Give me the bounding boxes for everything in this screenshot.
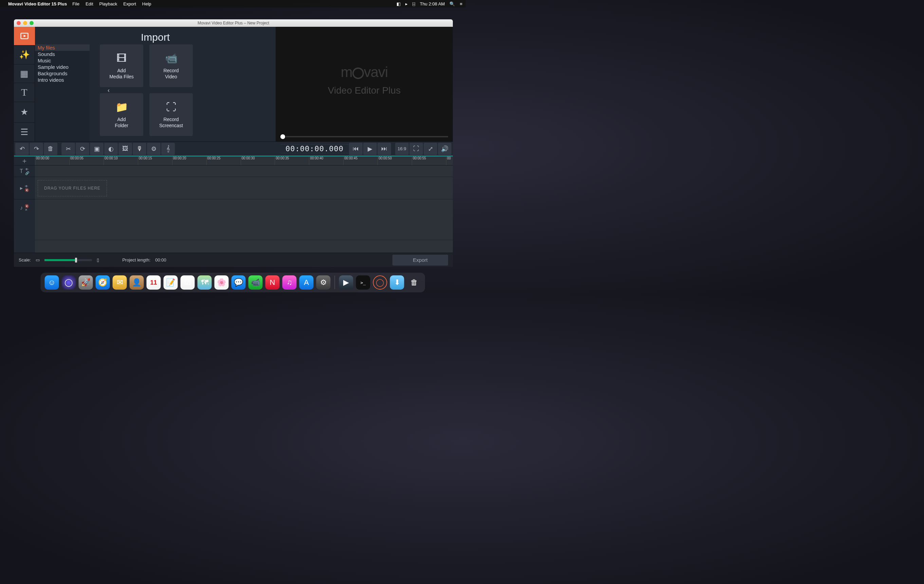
dock-appstore[interactable]: A: [299, 275, 314, 290]
next-button[interactable]: ⏭: [378, 143, 391, 155]
text-track-icon[interactable]: T 👁🔗: [14, 166, 35, 177]
cut-button[interactable]: ✂: [61, 143, 75, 155]
dock-terminal[interactable]: >_: [356, 275, 370, 290]
redo-button[interactable]: ↷: [30, 143, 43, 155]
drop-hint[interactable]: DRAG YOUR FILES HERE: [38, 180, 107, 196]
timeline-ruler[interactable]: 00:00:00 00:00:05 00:00:10 00:00:15 00:0…: [35, 156, 453, 166]
tab-stickers[interactable]: ★: [14, 102, 35, 123]
video-track-icon[interactable]: ▸ 👁🔇: [14, 177, 35, 199]
dock-mail-client[interactable]: ✉: [113, 275, 127, 290]
frame-button[interactable]: ⛶: [409, 143, 423, 155]
app-name[interactable]: Movavi Video Editor 15 Plus: [8, 2, 67, 7]
editor-toolbar: ↶ ↷ 🗑 ✂ ⟳ ▣ ◐ 🖼 🎙 ⚙ 𝄞 00:00:00.000 ⏮ ▶ ⏭…: [14, 141, 453, 156]
dock-facetime[interactable]: 📹: [249, 275, 263, 290]
preview-scrubber[interactable]: [276, 133, 453, 140]
video-track[interactable]: DRAG YOUR FILES HERE: [35, 177, 453, 199]
menu-help[interactable]: Help: [142, 2, 152, 7]
menu-playback[interactable]: Playback: [99, 2, 117, 7]
delete-button[interactable]: 🗑: [44, 143, 58, 155]
close-window[interactable]: [16, 21, 21, 25]
card-record-screencast[interactable]: ⛶Record Screencast: [149, 93, 193, 136]
dock-news[interactable]: N: [266, 275, 280, 290]
tab-transitions[interactable]: ▦: [14, 64, 35, 83]
export-button[interactable]: Export: [393, 255, 448, 266]
tab-filters[interactable]: ✨: [14, 46, 35, 64]
volume-button[interactable]: 🔊: [438, 143, 452, 155]
dock-contacts[interactable]: 👤: [130, 275, 144, 290]
add-track-button[interactable]: ＋: [14, 156, 35, 166]
zoom-out-icon[interactable]: ▭: [36, 257, 40, 263]
rotate-button[interactable]: ⟳: [76, 143, 89, 155]
sidelist-sample-video[interactable]: Sample video: [35, 64, 90, 70]
fullscreen-button[interactable]: ⤢: [424, 143, 437, 155]
dock-siri[interactable]: ◯: [62, 275, 76, 290]
titlebar[interactable]: Movavi Video Editor Plus – New Project: [14, 19, 453, 27]
audio-track[interactable]: [35, 199, 453, 240]
airplay-icon[interactable]: ⌸: [412, 2, 415, 7]
prev-button[interactable]: ⏮: [349, 143, 363, 155]
menu-file[interactable]: File: [72, 2, 79, 7]
undo-button[interactable]: ↶: [15, 143, 29, 155]
dock-finder[interactable]: ☺: [45, 275, 59, 290]
preview-brand-logo: mvavi: [341, 64, 388, 81]
crop-button[interactable]: ▣: [90, 143, 104, 155]
scale-slider[interactable]: [45, 259, 92, 261]
card-add-folder[interactable]: 📁Add Folder: [100, 93, 143, 136]
dock-reminders[interactable]: ☑: [181, 275, 195, 290]
dock-downloads[interactable]: ⬇: [390, 275, 404, 290]
image-button[interactable]: 🖼: [119, 143, 132, 155]
dock-movavi[interactable]: ◯: [373, 275, 387, 290]
sidelist-music[interactable]: Music: [35, 57, 90, 64]
zoom-in-icon[interactable]: ▯: [97, 257, 99, 263]
folder-icon: 📁: [116, 101, 128, 114]
status-icon[interactable]: ▸: [405, 2, 408, 7]
dock-quicktime[interactable]: ▶: [339, 275, 353, 290]
tab-import[interactable]: [14, 27, 35, 46]
dock-messages[interactable]: 💬: [231, 275, 246, 290]
preview-panel: mvavi Video Editor Plus: [276, 27, 453, 141]
color-button[interactable]: ◐: [104, 143, 118, 155]
dock-trash[interactable]: 🗑: [407, 275, 421, 290]
audio-track-icon[interactable]: ♪ 🔇✕: [14, 199, 35, 216]
menu-edit[interactable]: Edit: [86, 2, 93, 7]
sidelist-sounds[interactable]: Sounds: [35, 51, 90, 57]
menu-export[interactable]: Export: [123, 2, 136, 7]
clock[interactable]: Thu 2:08 AM: [420, 2, 445, 7]
sidelist-my-files[interactable]: My files: [35, 44, 90, 51]
app-window: Movavi Video Editor Plus – New Project ✨…: [14, 19, 453, 267]
scrubber-playhead[interactable]: [280, 134, 285, 139]
dock-preferences[interactable]: ⚙: [316, 275, 331, 290]
left-toolbar: ✨ ▦ T ★ ☰: [14, 27, 35, 141]
settings-button[interactable]: ⚙: [147, 143, 160, 155]
dock-itunes[interactable]: ♫: [282, 275, 297, 290]
text-track[interactable]: [35, 166, 453, 177]
tab-more[interactable]: ☰: [14, 123, 35, 141]
dock-launchpad[interactable]: 🚀: [79, 275, 93, 290]
tab-titles[interactable]: T: [14, 83, 35, 102]
zoom-window[interactable]: [30, 21, 34, 25]
import-side-list: My files Sounds Music Sample video Backg…: [35, 44, 90, 141]
aspect-ratio-button[interactable]: 16:9: [395, 143, 409, 155]
spotlight-icon[interactable]: 🔍: [449, 2, 455, 7]
timecode: 00:00:00.000: [281, 144, 348, 153]
play-button[interactable]: ▶: [363, 143, 377, 155]
dock-safari[interactable]: 🧭: [96, 275, 110, 290]
sidelist-intro-videos[interactable]: Intro videos: [35, 77, 90, 83]
scale-label: Scale:: [19, 257, 31, 263]
dock-calendar[interactable]: 11: [147, 275, 161, 290]
timeline-body[interactable]: 00:00:00 00:00:05 00:00:10 00:00:15 00:0…: [35, 156, 453, 253]
minimize-window[interactable]: [23, 21, 27, 25]
dock-photos[interactable]: 🌸: [214, 275, 229, 290]
card-add-media-files[interactable]: 🎞Add Media Files: [100, 44, 143, 87]
dock-maps[interactable]: 🗺: [198, 275, 212, 290]
menu-list-icon[interactable]: ≡: [460, 2, 462, 7]
scrubber-track[interactable]: [286, 136, 448, 137]
notifications-icon[interactable]: ◧: [396, 2, 401, 7]
card-record-video[interactable]: 📹Record Video: [149, 44, 193, 87]
sidelist-backgrounds[interactable]: Backgrounds: [35, 70, 90, 77]
mic-button[interactable]: 🎙: [133, 143, 146, 155]
collapse-sidebar-icon[interactable]: ‹: [107, 87, 112, 94]
equalizer-button[interactable]: 𝄞: [161, 143, 175, 155]
menubar: Movavi Video Editor 15 Plus File Edit Pl…: [0, 0, 466, 7]
dock-notes[interactable]: 📝: [163, 275, 178, 290]
